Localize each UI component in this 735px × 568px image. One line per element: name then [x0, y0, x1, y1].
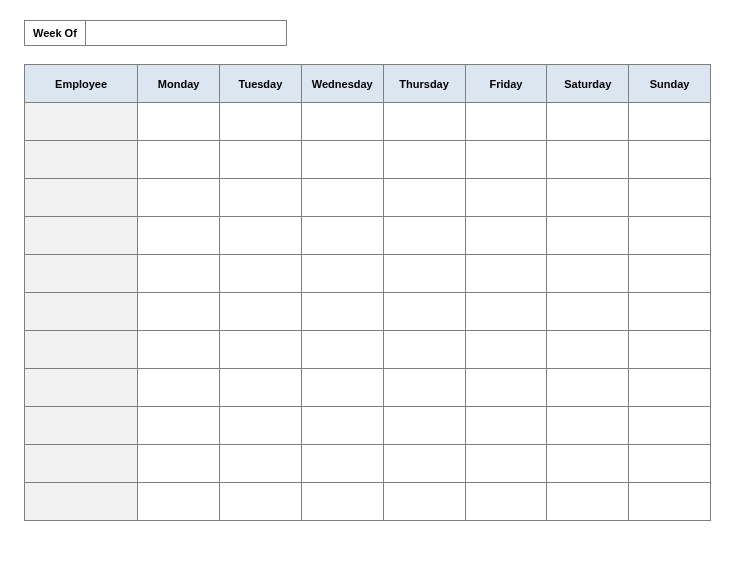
day-cell[interactable]	[629, 407, 711, 445]
day-cell[interactable]	[629, 179, 711, 217]
week-of-value[interactable]	[86, 21, 286, 45]
day-cell[interactable]	[138, 217, 220, 255]
day-cell[interactable]	[138, 369, 220, 407]
employee-cell[interactable]	[25, 103, 138, 141]
header-employee: Employee	[25, 65, 138, 103]
employee-cell[interactable]	[25, 445, 138, 483]
table-body	[25, 103, 711, 521]
day-cell[interactable]	[301, 407, 383, 445]
employee-cell[interactable]	[25, 255, 138, 293]
day-cell[interactable]	[465, 407, 547, 445]
employee-cell[interactable]	[25, 217, 138, 255]
day-cell[interactable]	[220, 179, 302, 217]
header-friday: Friday	[465, 65, 547, 103]
day-cell[interactable]	[629, 445, 711, 483]
day-cell[interactable]	[383, 369, 465, 407]
day-cell[interactable]	[383, 179, 465, 217]
week-of-label: Week Of	[25, 21, 86, 45]
employee-cell[interactable]	[25, 141, 138, 179]
day-cell[interactable]	[301, 217, 383, 255]
day-cell[interactable]	[301, 369, 383, 407]
day-cell[interactable]	[465, 293, 547, 331]
day-cell[interactable]	[547, 141, 629, 179]
day-cell[interactable]	[138, 141, 220, 179]
day-cell[interactable]	[383, 217, 465, 255]
day-cell[interactable]	[301, 293, 383, 331]
day-cell[interactable]	[138, 179, 220, 217]
day-cell[interactable]	[465, 369, 547, 407]
day-cell[interactable]	[220, 369, 302, 407]
employee-cell[interactable]	[25, 331, 138, 369]
table-row	[25, 293, 711, 331]
day-cell[interactable]	[138, 255, 220, 293]
employee-cell[interactable]	[25, 293, 138, 331]
table-row	[25, 407, 711, 445]
day-cell[interactable]	[220, 141, 302, 179]
day-cell[interactable]	[547, 217, 629, 255]
day-cell[interactable]	[629, 217, 711, 255]
day-cell[interactable]	[465, 103, 547, 141]
day-cell[interactable]	[383, 255, 465, 293]
day-cell[interactable]	[629, 483, 711, 521]
employee-cell[interactable]	[25, 369, 138, 407]
day-cell[interactable]	[383, 103, 465, 141]
day-cell[interactable]	[465, 445, 547, 483]
day-cell[interactable]	[301, 483, 383, 521]
day-cell[interactable]	[301, 141, 383, 179]
day-cell[interactable]	[220, 103, 302, 141]
day-cell[interactable]	[547, 483, 629, 521]
day-cell[interactable]	[383, 407, 465, 445]
day-cell[interactable]	[220, 293, 302, 331]
day-cell[interactable]	[547, 407, 629, 445]
day-cell[interactable]	[301, 255, 383, 293]
day-cell[interactable]	[465, 217, 547, 255]
day-cell[interactable]	[547, 293, 629, 331]
day-cell[interactable]	[547, 445, 629, 483]
day-cell[interactable]	[301, 179, 383, 217]
day-cell[interactable]	[220, 217, 302, 255]
day-cell[interactable]	[383, 293, 465, 331]
day-cell[interactable]	[138, 445, 220, 483]
day-cell[interactable]	[465, 255, 547, 293]
table-row	[25, 255, 711, 293]
day-cell[interactable]	[220, 445, 302, 483]
day-cell[interactable]	[301, 103, 383, 141]
day-cell[interactable]	[629, 255, 711, 293]
day-cell[interactable]	[629, 141, 711, 179]
day-cell[interactable]	[138, 407, 220, 445]
day-cell[interactable]	[220, 407, 302, 445]
day-cell[interactable]	[138, 331, 220, 369]
day-cell[interactable]	[220, 331, 302, 369]
day-cell[interactable]	[138, 483, 220, 521]
day-cell[interactable]	[547, 331, 629, 369]
day-cell[interactable]	[547, 255, 629, 293]
day-cell[interactable]	[220, 255, 302, 293]
employee-cell[interactable]	[25, 179, 138, 217]
day-cell[interactable]	[465, 141, 547, 179]
header-thursday: Thursday	[383, 65, 465, 103]
day-cell[interactable]	[383, 483, 465, 521]
day-cell[interactable]	[465, 483, 547, 521]
day-cell[interactable]	[301, 445, 383, 483]
day-cell[interactable]	[629, 293, 711, 331]
day-cell[interactable]	[465, 331, 547, 369]
day-cell[interactable]	[547, 369, 629, 407]
header-saturday: Saturday	[547, 65, 629, 103]
day-cell[interactable]	[547, 179, 629, 217]
day-cell[interactable]	[383, 445, 465, 483]
day-cell[interactable]	[629, 369, 711, 407]
day-cell[interactable]	[629, 103, 711, 141]
day-cell[interactable]	[629, 331, 711, 369]
day-cell[interactable]	[301, 331, 383, 369]
day-cell[interactable]	[220, 483, 302, 521]
day-cell[interactable]	[547, 103, 629, 141]
day-cell[interactable]	[383, 331, 465, 369]
day-cell[interactable]	[138, 293, 220, 331]
day-cell[interactable]	[465, 179, 547, 217]
header-sunday: Sunday	[629, 65, 711, 103]
table-row	[25, 179, 711, 217]
day-cell[interactable]	[383, 141, 465, 179]
employee-cell[interactable]	[25, 407, 138, 445]
day-cell[interactable]	[138, 103, 220, 141]
employee-cell[interactable]	[25, 483, 138, 521]
